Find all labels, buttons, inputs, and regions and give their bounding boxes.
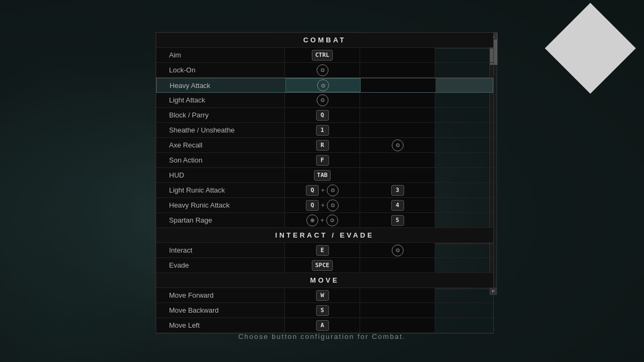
key-q: Q — [306, 200, 319, 211]
mouse-secondary-icon: ⊙ — [392, 139, 404, 151]
primary-key-slot[interactable]: Q+⊙ — [285, 198, 360, 212]
keybind-row-hud[interactable]: HUD TAB — [156, 168, 493, 183]
primary-key-slot[interactable]: ⊛+⊙ — [285, 213, 360, 227]
action-name: Move Backward — [156, 303, 285, 317]
keybind-panel: COMBAT Aim CTRL Lock-On ⊙ Heavy Attack ⊙… — [156, 32, 494, 334]
keybind-row-axe-recall[interactable]: Axe Recall R ⊙ — [156, 138, 493, 153]
primary-key-slot[interactable]: A — [285, 318, 360, 333]
key-badge: R — [316, 140, 329, 151]
keybind-row-son-action[interactable]: Son Action F — [156, 153, 493, 168]
keybind-row-move-forward[interactable]: Move Forward W — [156, 288, 493, 303]
key-badge: A — [316, 320, 329, 331]
secondary-key-slot[interactable] — [360, 108, 435, 122]
secondary-key-slot[interactable] — [360, 48, 435, 62]
secondary-key-slot[interactable] — [360, 63, 435, 77]
secondary-key-slot[interactable] — [360, 258, 435, 272]
action-name: Heavy Attack — [157, 78, 286, 92]
action-name: Sheathe / Unsheathe — [156, 123, 285, 137]
diamond-decoration — [545, 3, 636, 94]
primary-key-slot[interactable]: S — [285, 303, 360, 317]
secondary-key-slot[interactable] — [361, 78, 436, 92]
section-label: MOVE — [156, 272, 493, 289]
secondary-key-slot[interactable] — [360, 288, 435, 302]
secondary-key-slot[interactable]: ⊙ — [360, 138, 435, 152]
keybind-row-block---parry[interactable]: Block / Parry Q — [156, 108, 493, 123]
secondary-key-slot[interactable]: 5 — [360, 213, 435, 227]
action-name: Evade — [156, 258, 285, 272]
keybind-row-aim[interactable]: Aim CTRL — [156, 48, 493, 63]
action-name: Son Action — [156, 153, 285, 167]
action-name: Move Forward — [156, 288, 285, 302]
primary-key-slot[interactable]: ⊙ — [285, 63, 360, 77]
primary-key-slot[interactable]: W — [285, 288, 360, 302]
section-header-combat: COMBAT — [156, 33, 493, 48]
keybind-row-evade[interactable]: Evade SPCE — [156, 258, 493, 273]
key-q: Q — [306, 185, 319, 196]
secondary-key-badge: 3 — [391, 185, 404, 196]
key-badge: F — [316, 155, 329, 166]
secondary-key-slot[interactable] — [360, 318, 435, 333]
action-name: Axe Recall — [156, 138, 285, 152]
key-badge: CTRL — [312, 50, 333, 61]
action-name: HUD — [156, 168, 285, 182]
secondary-key-slot[interactable] — [360, 168, 435, 182]
background-silhouette — [0, 40, 150, 362]
primary-key-slot[interactable]: CTRL — [285, 48, 360, 62]
action-name: Block / Parry — [156, 108, 285, 122]
action-name: Lock-On — [156, 63, 285, 77]
keybind-row-move-backward[interactable]: Move Backward S — [156, 303, 493, 318]
keybind-row-sheathe---unsheathe[interactable]: Sheathe / Unsheathe 1 — [156, 123, 493, 138]
section-label: COMBAT — [156, 32, 493, 49]
secondary-key-slot[interactable]: 3 — [360, 183, 435, 197]
mouse-icon: ⊙ — [327, 200, 339, 211]
key-badge: Q — [316, 110, 329, 121]
key-badge: W — [316, 290, 329, 301]
combo-icon: ⊛ — [306, 215, 318, 226]
primary-key-slot[interactable]: 1 — [285, 123, 360, 137]
key-badge: 1 — [316, 125, 329, 136]
action-name: Interact — [156, 243, 285, 257]
keybind-row-move-left[interactable]: Move Left A — [156, 318, 493, 333]
keybind-row-lock-on[interactable]: Lock-On ⊙ — [156, 63, 493, 78]
secondary-key-slot[interactable] — [360, 123, 435, 137]
key-badge: E — [316, 245, 329, 256]
secondary-key-badge: 4 — [391, 200, 404, 211]
key-badge: TAB — [314, 170, 331, 181]
secondary-key-slot[interactable] — [360, 93, 435, 107]
key-badge: S — [316, 305, 329, 316]
secondary-key-slot[interactable]: 4 — [360, 198, 435, 212]
secondary-key-slot[interactable] — [360, 303, 435, 317]
bottom-hint: Choose button configuration for Combat. — [0, 333, 644, 341]
mouse-icon: ⊙ — [326, 215, 338, 226]
mouse-icon: ⊙ — [317, 79, 329, 91]
action-name: Heavy Runic Attack — [156, 198, 285, 212]
section-header-interact_evade: INTERACT / EVADE — [156, 228, 493, 243]
primary-key-slot[interactable]: Q+⊙ — [285, 183, 360, 197]
action-name: Light Attack — [156, 93, 285, 107]
keybind-row-heavy-runic-attack[interactable]: Heavy Runic Attack Q+⊙ 4 — [156, 198, 493, 213]
mouse-icon: ⊙ — [317, 94, 328, 106]
keybind-row-interact[interactable]: Interact E ⊙ — [156, 243, 493, 258]
secondary-key-slot[interactable]: ⊙ — [360, 243, 435, 257]
primary-key-slot[interactable]: ⊙ — [285, 93, 360, 107]
primary-key-slot[interactable]: E — [285, 243, 360, 257]
action-name: Move Left — [156, 318, 285, 333]
keybind-row-light-runic-attack[interactable]: Light Runic Attack Q+⊙ 3 — [156, 183, 493, 198]
secondary-key-slot[interactable] — [360, 153, 435, 167]
keybind-row-spartan-rage[interactable]: Spartan Rage ⊛+⊙ 5 — [156, 213, 493, 228]
action-name: Light Runic Attack — [156, 183, 285, 197]
action-name: Aim — [156, 48, 285, 62]
primary-key-slot[interactable]: ⊙ — [286, 78, 361, 92]
primary-key-slot[interactable]: Q — [285, 108, 360, 122]
primary-key-slot[interactable]: SPCE — [285, 258, 360, 272]
primary-key-slot[interactable]: R — [285, 138, 360, 152]
section-header-move: MOVE — [156, 273, 493, 288]
mouse-icon: ⊙ — [327, 184, 339, 196]
keybind-row-light-attack[interactable]: Light Attack ⊙ — [156, 93, 493, 108]
primary-key-slot[interactable]: F — [285, 153, 360, 167]
keybind-row-heavy-attack[interactable]: Heavy Attack ⊙ — [156, 78, 493, 93]
key-badge: SPCE — [312, 260, 333, 271]
mouse-secondary-icon: ⊙ — [392, 245, 404, 256]
primary-key-slot[interactable]: TAB — [285, 168, 360, 182]
action-name: Spartan Rage — [156, 213, 285, 227]
